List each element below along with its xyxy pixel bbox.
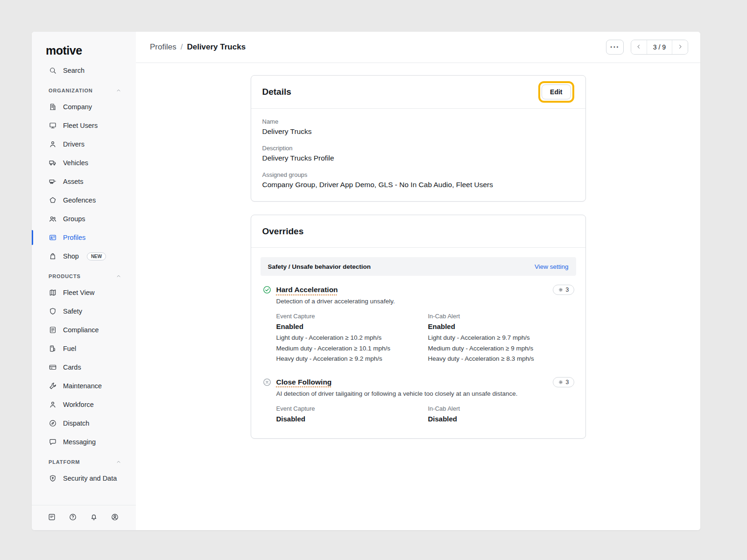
- bell-icon: [90, 513, 98, 523]
- people-icon: [49, 215, 57, 223]
- column-label: Event Capture: [276, 313, 428, 320]
- override-name[interactable]: Close Following: [276, 378, 332, 386]
- search-icon: [49, 66, 57, 75]
- override-count-pill[interactable]: 3: [553, 285, 574, 295]
- sidebar-item-security-and-data[interactable]: Security and Data: [32, 469, 136, 488]
- check-circle-icon: [262, 285, 272, 294]
- override-head: Hard Acceleration 3: [262, 285, 574, 295]
- column-detail: Light duty - Acceleration ≥ 9.7 mph/s: [428, 333, 574, 343]
- column-label: In-Cab Alert: [428, 313, 574, 320]
- sidebar-item-fuel[interactable]: Fuel: [32, 339, 136, 358]
- sidebar-item-workforce[interactable]: Workforce: [32, 395, 136, 414]
- sidebar-item-maintenance[interactable]: Maintenance: [32, 377, 136, 395]
- building-icon: [49, 103, 57, 111]
- sidebar-item-label: Profiles: [63, 234, 85, 241]
- sidebar-item-dispatch[interactable]: Dispatch: [32, 414, 136, 433]
- clipboard-icon: [49, 326, 57, 334]
- field-description: Description Delivery Trucks Profile: [262, 145, 574, 162]
- column-detail: Medium duty - Acceleration ≥ 9 mph/s: [428, 343, 574, 354]
- geofence-icon: [49, 196, 57, 204]
- edit-button[interactable]: Edit: [542, 84, 571, 99]
- motive-logo-text: motive: [46, 44, 82, 57]
- next-page-button[interactable]: [672, 40, 688, 54]
- sidebar-item-company[interactable]: Company: [32, 98, 136, 116]
- section-header-platform[interactable]: PLATFORM: [32, 451, 136, 469]
- whats-new-icon: [48, 513, 56, 523]
- sidebar-item-label: Assets: [63, 178, 84, 185]
- chevron-up-icon: [115, 273, 122, 280]
- account-button[interactable]: [111, 513, 119, 523]
- breadcrumb-profiles-link[interactable]: Profiles: [150, 42, 176, 52]
- sidebar-item-cards[interactable]: Cards: [32, 358, 136, 377]
- motive-logo: motive: [32, 32, 136, 61]
- gear-icon: [558, 379, 564, 385]
- gear-icon: [558, 287, 564, 293]
- section-header-products[interactable]: PRODUCTS: [32, 266, 136, 283]
- sidebar-item-drivers[interactable]: Drivers: [32, 135, 136, 154]
- details-card-body: Name Delivery Trucks Description Deliver…: [251, 109, 585, 201]
- sidebar-item-messaging[interactable]: Messaging: [32, 433, 136, 451]
- prev-page-button[interactable]: [631, 40, 647, 54]
- sidebar-footer: [32, 505, 136, 530]
- override-count: 3: [566, 287, 569, 293]
- shield-icon: [49, 307, 57, 315]
- override-count-pill[interactable]: 3: [553, 377, 574, 387]
- sidebar-item-profiles[interactable]: Profiles: [32, 228, 136, 247]
- sidebar-item-shop[interactable]: Shop NEW: [32, 247, 136, 266]
- sidebar: motive Search ORGANIZATION Company Fleet…: [32, 32, 136, 530]
- more-options-button[interactable]: ···: [606, 40, 624, 55]
- sidebar-item-search[interactable]: Search: [32, 61, 136, 80]
- view-setting-link[interactable]: View setting: [535, 263, 569, 270]
- shopping-bag-icon: [49, 252, 57, 260]
- column-label: In-Cab Alert: [428, 405, 574, 412]
- trailer-icon: [49, 177, 57, 186]
- chevron-right-icon: [677, 43, 684, 51]
- details-card: Details Edit Name Delivery Trucks Descri…: [251, 75, 586, 202]
- sidebar-item-geofences[interactable]: Geofences: [32, 191, 136, 210]
- section-label: ORGANIZATION: [49, 88, 93, 93]
- field-label: Name: [262, 118, 574, 125]
- column-detail: Light duty - Acceleration ≥ 10.2 mph/s: [276, 333, 428, 343]
- sidebar-item-safety[interactable]: Safety: [32, 302, 136, 321]
- details-card-header: Details Edit: [251, 76, 585, 109]
- fuel-pump-icon: [49, 344, 57, 353]
- section-label: PLATFORM: [49, 459, 80, 465]
- override-description: AI detection of driver tailgaiting or fo…: [276, 390, 574, 397]
- override-columns: Event Capture Enabled Light duty - Accel…: [276, 313, 574, 364]
- field-value: Delivery Trucks: [262, 127, 574, 136]
- notifications-button[interactable]: [90, 513, 98, 523]
- override-section-label: Safety / Unsafe behavior detection: [268, 263, 371, 270]
- column-detail: Medium duty - Acceleration ≥ 10.1 mph/s: [276, 343, 428, 354]
- section-header-organization[interactable]: ORGANIZATION: [32, 80, 136, 98]
- sidebar-item-label: Safety: [63, 308, 82, 315]
- topbar-actions: ··· 3 / 9: [606, 40, 688, 55]
- sidebar-item-fleet-view[interactable]: Fleet View: [32, 283, 136, 302]
- overrides-card: Overrides Safety / Unsafe behavior detec…: [251, 215, 586, 439]
- pagination: 3 / 9: [631, 40, 688, 55]
- new-badge: NEW: [87, 252, 106, 260]
- workforce-person-icon: [49, 400, 57, 409]
- breadcrumb-separator: /: [181, 42, 183, 52]
- sidebar-item-label: Search: [63, 67, 85, 74]
- topbar: Profiles / Delivery Trucks ··· 3 / 9: [136, 32, 700, 63]
- override-count: 3: [566, 379, 569, 385]
- breadcrumb: Profiles / Delivery Trucks: [150, 42, 246, 52]
- whats-new-button[interactable]: [48, 513, 56, 523]
- override-name[interactable]: Hard Acceleration: [276, 286, 338, 294]
- help-button[interactable]: [69, 513, 77, 523]
- help-icon: [69, 513, 77, 523]
- shield-lock-icon: [49, 474, 57, 483]
- override-head: Close Following 3: [262, 377, 574, 387]
- sidebar-item-label: Fleet View: [63, 289, 94, 296]
- ellipsis-icon: ···: [610, 42, 620, 52]
- sidebar-item-groups[interactable]: Groups: [32, 210, 136, 228]
- sidebar-item-assets[interactable]: Assets: [32, 172, 136, 191]
- sidebar-item-label: Geofences: [63, 196, 96, 204]
- credit-card-icon: [49, 363, 57, 371]
- edit-highlight-ring: Edit: [538, 81, 574, 103]
- column-in-cab-alert: In-Cab Alert Disabled: [428, 405, 574, 425]
- page-background: motive Search ORGANIZATION Company Fleet…: [0, 0, 747, 560]
- sidebar-item-vehicles[interactable]: Vehicles: [32, 154, 136, 172]
- sidebar-item-fleet-users[interactable]: Fleet Users: [32, 116, 136, 135]
- sidebar-item-compliance[interactable]: Compliance: [32, 321, 136, 339]
